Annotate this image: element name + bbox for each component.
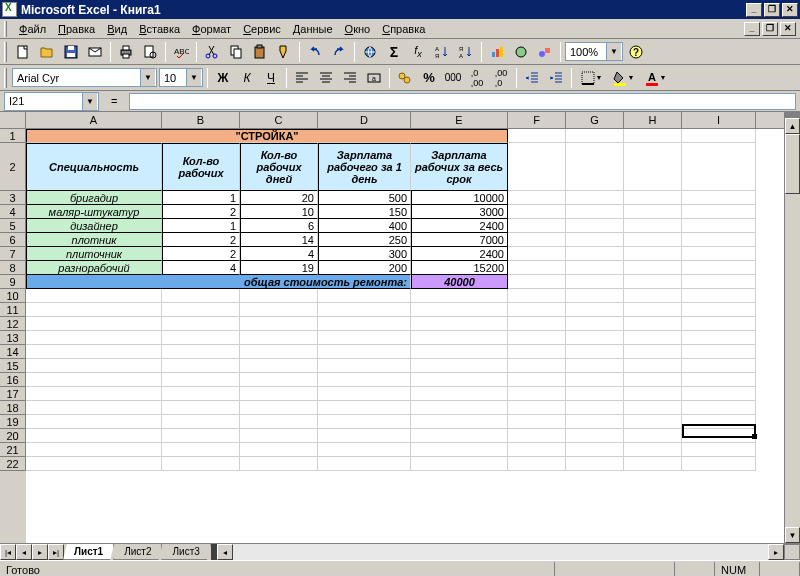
cell[interactable]: разнорабочий [26,261,162,275]
cell[interactable] [162,289,240,303]
cell[interactable]: 10000 [411,191,508,205]
sum-value-cell[interactable]: 40000 [411,275,508,289]
cell[interactable] [682,317,756,331]
size-combo[interactable]: ▼ [159,68,203,87]
cell[interactable] [508,401,566,415]
cell[interactable] [566,275,624,289]
chart-icon[interactable] [486,41,508,63]
cell[interactable] [624,415,682,429]
cell[interactable] [508,247,566,261]
cell[interactable] [411,415,508,429]
mail-icon[interactable] [84,41,106,63]
menu-2[interactable]: Вид [101,21,133,37]
cell[interactable] [624,331,682,345]
col-header-I[interactable]: I [682,112,756,128]
cell[interactable] [566,247,624,261]
col-header-C[interactable]: C [240,112,318,128]
percent-icon[interactable]: % [418,67,440,89]
cell[interactable] [624,359,682,373]
cell[interactable] [624,261,682,275]
cell[interactable] [566,443,624,457]
cell[interactable] [682,373,756,387]
cell[interactable] [240,317,318,331]
save-icon[interactable] [60,41,82,63]
cell[interactable]: 10 [240,205,318,219]
preview-icon[interactable] [139,41,161,63]
cell[interactable] [566,429,624,443]
cell[interactable] [318,289,411,303]
menu-7[interactable]: Окно [339,21,377,37]
cell[interactable]: 15200 [411,261,508,275]
cell[interactable] [566,205,624,219]
scroll-up-icon[interactable]: ▲ [785,118,800,134]
cell[interactable] [240,359,318,373]
open-icon[interactable] [36,41,58,63]
cell[interactable] [162,415,240,429]
sort-asc-icon[interactable]: АЯ [431,41,453,63]
cut-icon[interactable] [201,41,223,63]
cell[interactable]: 300 [318,247,411,261]
cell[interactable]: 2 [162,247,240,261]
dec-indent-icon[interactable] [521,67,543,89]
cell-grid[interactable]: "СТРОЙКА"СпециальностьКол-во рабочихКол-… [26,129,784,543]
bold-icon[interactable]: Ж [212,67,234,89]
font-input[interactable] [13,72,140,84]
header-cell[interactable]: Зарплата рабочих за весь срок [411,143,508,191]
cell[interactable] [624,457,682,471]
cell[interactable] [566,143,624,191]
cell[interactable] [240,373,318,387]
cell[interactable] [682,191,756,205]
cell[interactable]: 4 [240,247,318,261]
format-painter-icon[interactable] [273,41,295,63]
cell[interactable] [682,429,756,443]
cell[interactable]: 20 [240,191,318,205]
cell[interactable] [624,219,682,233]
cell[interactable] [26,429,162,443]
sheet-tab[interactable]: Лист3 [161,544,210,560]
tab-next-icon[interactable]: ▸ [32,544,48,560]
cell[interactable] [26,303,162,317]
row-header-9[interactable]: 9 [0,275,26,289]
chevron-down-icon[interactable]: ▼ [140,69,155,86]
cell[interactable] [411,331,508,345]
cell[interactable]: 400 [318,219,411,233]
cell[interactable] [508,359,566,373]
cell[interactable] [411,317,508,331]
scroll-left-icon[interactable]: ◂ [217,544,233,560]
align-right-icon[interactable] [339,67,361,89]
cell[interactable] [682,261,756,275]
cell[interactable] [682,205,756,219]
row-header-4[interactable]: 4 [0,205,26,219]
cell[interactable] [411,303,508,317]
row-header-14[interactable]: 14 [0,345,26,359]
align-left-icon[interactable] [291,67,313,89]
cell[interactable]: 2400 [411,247,508,261]
cell[interactable] [508,303,566,317]
cell[interactable] [682,387,756,401]
header-cell[interactable]: Специальность [26,143,162,191]
tab-last-icon[interactable]: ▸| [48,544,64,560]
cell[interactable] [624,429,682,443]
cell[interactable] [682,275,756,289]
cell[interactable] [624,345,682,359]
cell[interactable] [566,219,624,233]
cell[interactable] [318,429,411,443]
toolbar-grip[interactable] [4,21,7,37]
sheet-tab[interactable]: Лист2 [113,544,162,560]
row-header-13[interactable]: 13 [0,331,26,345]
cell[interactable] [162,359,240,373]
header-cell[interactable]: Кол-во рабочих дней [240,143,318,191]
cell[interactable] [566,415,624,429]
cell[interactable] [240,387,318,401]
cell[interactable] [162,373,240,387]
cell[interactable] [624,143,682,191]
cell[interactable] [162,401,240,415]
cell[interactable] [240,415,318,429]
cell[interactable] [682,359,756,373]
cell[interactable]: 4 [162,261,240,275]
toolbar-grip[interactable] [4,68,7,88]
cell[interactable] [411,429,508,443]
cell[interactable] [508,275,566,289]
cell[interactable]: маляр-штукатур [26,205,162,219]
chevron-down-icon[interactable]: ▼ [606,43,621,60]
